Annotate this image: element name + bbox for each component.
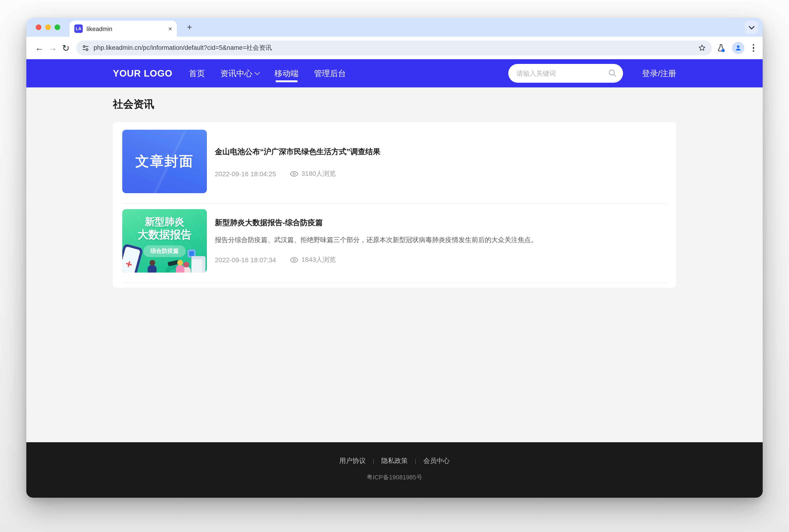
site-favicon: LA [74,24,83,33]
login-register-link[interactable]: 登录/注册 [642,68,676,79]
article-date: 2022-09-16 18:07:34 [215,256,276,264]
article-cover-image[interactable]: 新型肺炎 大数据报告 综合防疫篇 + [122,209,207,272]
article-views: 3180人浏览 [301,170,336,178]
forward-button[interactable]: → [46,41,59,55]
tab-close-icon[interactable]: × [168,25,172,32]
machine-shape [191,256,205,272]
footer-links: 用户协议 | 隐私政策 | 会员中心 [339,457,450,465]
cover-text: 文章封面 [135,152,194,171]
article-meta: 2022-09-16 18:04:25 3180人浏览 [215,170,667,178]
close-window-button[interactable] [36,24,41,30]
stage: LA likeadmin × + ← → ↻ php.likeadmin. [0,0,789,532]
views-group: 1843人浏览 [290,256,336,264]
new-tab-button[interactable]: + [184,22,195,33]
site-footer: 用户协议 | 隐私政策 | 会员中心 粤ICP备19081985号 [26,442,763,498]
icp-number: 粤ICP备19081985号 [367,473,422,482]
main-menu: 首页 资讯中心 移动端 管理后台 [189,59,346,88]
footer-link-member-center[interactable]: 会员中心 [424,457,450,465]
phone-shape: + [122,244,144,272]
keyword-search [509,64,623,83]
cover-text-line1: 新型肺炎 [145,215,184,228]
cover-badge: 综合防疫篇 [144,245,186,257]
article-list-card: 文章封面 金山电池公布“沪广深市民绿色生活方式”调查结果 2022-09-16 … [113,122,676,288]
experiments-flask-icon[interactable] [716,43,725,52]
tab-title: likeadmin [87,25,112,32]
menu-item-home[interactable]: 首页 [189,59,205,88]
profile-avatar[interactable] [732,42,744,54]
site-logo[interactable]: YOUR LOGO [113,68,172,79]
browser-toolbar: ← → ↻ php.likeadmin.cn/pc/information/de… [26,37,763,59]
toolbar-actions [716,42,756,54]
browser-window: LA likeadmin × + ← → ↻ php.likeadmin. [26,18,763,498]
cover-text-line2: 大数据报告 [137,228,192,242]
site-navbar: YOUR LOGO 首页 资讯中心 移动端 管理后台 [26,59,763,88]
footer-separator: | [373,457,374,464]
bookmark-star-icon[interactable] [698,44,706,52]
chevron-down-icon [255,70,260,75]
maximize-window-button[interactable] [55,24,60,30]
tab-search-button[interactable] [745,21,758,34]
article-title[interactable]: 新型肺炎大数据报告-综合防疫篇 [215,217,667,228]
article-date: 2022-09-16 18:04:25 [215,170,276,178]
back-button[interactable]: ← [33,41,46,55]
search-icon[interactable] [609,69,617,77]
person-icon [734,44,742,52]
main-content: 社会资讯 文章封面 金山电池公布“沪广深市民绿色生活方式”调查结果 2022-0… [26,88,763,442]
footer-link-user-agreement[interactable]: 用户协议 [339,457,365,465]
article-body: 新型肺炎大数据报告-综合防疫篇 报告分综合防疫篇、武汉篇、拒绝野味篇三个部分，还… [215,209,667,272]
menu-item-mobile[interactable]: 移动端 [274,59,298,88]
footer-link-privacy-policy[interactable]: 隐私政策 [381,457,408,465]
article-row[interactable]: 文章封面 金山电池公布“沪广深市民绿色生活方式”调查结果 2022-09-16 … [122,123,667,204]
article-body: 金山电池公布“沪广深市民绿色生活方式”调查结果 2022-09-16 18:04… [215,130,667,193]
more-menu-icon[interactable] [751,44,756,52]
views-group: 3180人浏览 [290,170,336,178]
minimize-window-button[interactable] [45,24,51,30]
search-input[interactable] [509,64,623,83]
article-cover-image[interactable]: 文章封面 [122,130,207,193]
article-meta: 2022-09-16 18:07:34 1843人浏览 [215,256,667,264]
article-description: 报告分综合防疫篇、武汉篇、拒绝野味篇三个部分，还原本次新型冠状病毒肺炎疫情发生前… [215,235,667,245]
eye-icon [290,171,299,177]
person-shape [176,265,184,272]
article-title[interactable]: 金山电池公布“沪广深市民绿色生活方式”调查结果 [215,147,667,157]
browser-tab[interactable]: LA likeadmin × [70,21,177,37]
page-title: 社会资讯 [113,97,676,111]
menu-item-admin[interactable]: 管理后台 [314,59,346,88]
site-settings-icon[interactable] [82,44,89,52]
eye-icon [290,257,299,263]
window-controls [36,24,60,30]
person-shape [148,265,156,272]
menu-item-news-center[interactable]: 资讯中心 [220,59,259,88]
footer-separator: | [415,457,416,464]
reload-button[interactable]: ↻ [59,41,72,55]
chevron-down-icon [748,23,754,29]
article-row[interactable]: 新型肺炎 大数据报告 综合防疫篇 + [122,204,667,283]
tab-strip: LA likeadmin × + [26,18,763,37]
article-views: 1843人浏览 [301,256,336,264]
url-text: php.likeadmin.cn/pc/information/default?… [94,44,693,52]
address-bar[interactable]: php.likeadmin.cn/pc/information/default?… [76,40,712,55]
